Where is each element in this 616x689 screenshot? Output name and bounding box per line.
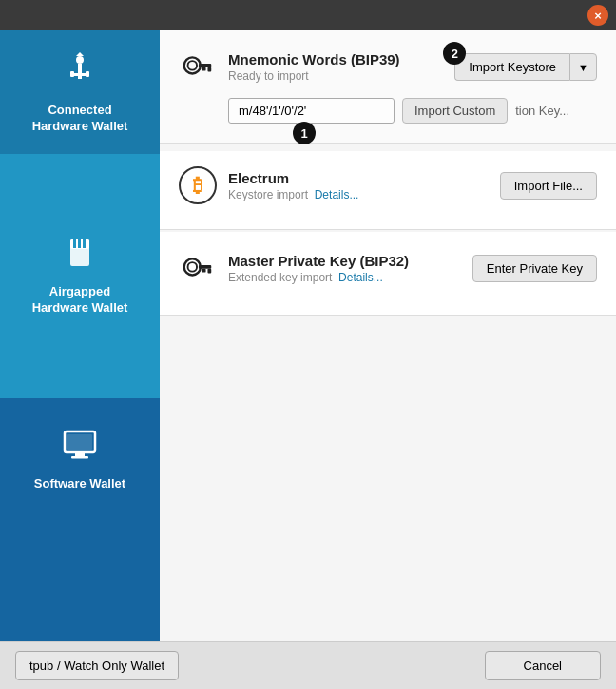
bitcoin-circle: ₿ xyxy=(179,166,217,204)
mnemonic-subtitle: Ready to import xyxy=(228,69,400,83)
sd-card-icon xyxy=(63,236,97,277)
svg-rect-17 xyxy=(207,67,211,72)
import-keystore-dropdown-button[interactable]: ▼ xyxy=(569,53,597,81)
svg-rect-1 xyxy=(78,64,82,79)
mnemonic-text: Mnemonic Words (BIP39) Ready to import xyxy=(228,51,400,83)
cancel-button[interactable]: Cancel xyxy=(485,651,601,680)
sidebar-item-software-wallet[interactable]: Software Wallet xyxy=(0,398,160,522)
btc-icon: ₿ xyxy=(179,166,217,204)
mnemonic-title: Mnemonic Words (BIP39) xyxy=(228,51,400,67)
master-pk-details-link[interactable]: Details... xyxy=(338,271,383,284)
content-empty-space xyxy=(160,316,616,506)
tpub-button[interactable]: tpub / Watch Only Wallet xyxy=(15,651,179,680)
bottom-bar: tpub / Watch Only Wallet Cancel xyxy=(0,641,616,689)
import-keystore-wrapper: Import Keystore ▼ 2 xyxy=(454,53,597,81)
svg-rect-12 xyxy=(71,456,88,459)
svg-rect-8 xyxy=(78,239,81,248)
mnemonic-info: Mnemonic Words (BIP39) Ready to import xyxy=(179,46,400,88)
monitor-icon xyxy=(62,428,98,469)
svg-point-20 xyxy=(188,262,198,272)
sidebar-item-connected-hw-label: ConnectedHardware Wallet xyxy=(32,103,128,135)
master-pk-text: Master Private Key (BIP32) Extended key … xyxy=(228,253,409,284)
main-content: ConnectedHardware Wallet AirgappedHardwa… xyxy=(0,30,616,641)
svg-point-14 xyxy=(184,57,201,73)
import-file-button[interactable]: Import File... xyxy=(500,172,597,200)
electrum-details-link[interactable]: Details... xyxy=(315,188,359,201)
close-button[interactable]: × xyxy=(587,5,608,26)
sidebar-item-software-wallet-label: Software Wallet xyxy=(34,476,125,492)
electrum-option: ₿ Electrum Keystore import Details... Im… xyxy=(160,151,616,230)
master-private-key-option: Master Private Key (BIP32) Extended key … xyxy=(160,232,616,316)
svg-rect-4 xyxy=(86,71,89,77)
derivation-path-input[interactable] xyxy=(228,98,395,124)
svg-rect-11 xyxy=(75,452,85,456)
svg-rect-23 xyxy=(202,269,206,273)
svg-rect-13 xyxy=(67,434,92,450)
annotation-1-bubble: 1 xyxy=(293,122,316,144)
master-pk-subtitle: Extended key import Details... xyxy=(228,271,409,284)
sidebar-item-airgapped-hw[interactable]: AirgappedHardware Wallet xyxy=(0,214,160,337)
sidebar: ConnectedHardware Wallet AirgappedHardwa… xyxy=(0,30,160,641)
usb-icon xyxy=(61,50,99,95)
master-pk-info: Master Private Key (BIP32) Extended key … xyxy=(179,247,409,290)
key-icon-master xyxy=(179,247,217,290)
electrum-title: Electrum xyxy=(228,170,358,186)
dialog-window: × ConnectedHardware Wallet xyxy=(0,0,616,689)
master-pk-title: Master Private Key (BIP32) xyxy=(228,253,409,269)
svg-rect-18 xyxy=(202,67,206,71)
svg-rect-22 xyxy=(207,269,211,274)
svg-point-0 xyxy=(76,56,84,64)
electrum-text: Electrum Keystore import Details... xyxy=(228,170,358,201)
enter-private-key-button[interactable]: Enter Private Key xyxy=(472,255,597,282)
derivation-key-suffix: tion Key... xyxy=(515,104,569,118)
svg-point-19 xyxy=(184,258,201,275)
import-keystore-button[interactable]: Import Keystore xyxy=(454,53,569,81)
svg-point-15 xyxy=(188,61,198,70)
svg-rect-21 xyxy=(199,265,211,269)
key-icon-mnemonic xyxy=(179,46,217,88)
sidebar-item-airgapped-hw-label: AirgappedHardware Wallet xyxy=(32,284,128,316)
master-pk-header: Master Private Key (BIP32) Extended key … xyxy=(179,247,597,290)
svg-rect-16 xyxy=(199,64,211,67)
sidebar-item-connected-hw[interactable]: ConnectedHardware Wallet xyxy=(0,30,160,154)
svg-rect-3 xyxy=(70,71,74,77)
content-panel: Mnemonic Words (BIP39) Ready to import I… xyxy=(160,30,616,641)
electrum-header: ₿ Electrum Keystore import Details... Im… xyxy=(179,166,597,204)
svg-rect-9 xyxy=(83,239,86,248)
custom-derivation-button[interactable]: Import Custom xyxy=(402,98,508,124)
svg-rect-7 xyxy=(73,239,76,248)
mnemonic-header: Mnemonic Words (BIP39) Ready to import I… xyxy=(179,46,597,88)
mnemonic-option: Mnemonic Words (BIP39) Ready to import I… xyxy=(160,30,616,144)
title-bar: × xyxy=(0,0,616,30)
electrum-info: ₿ Electrum Keystore import Details... xyxy=(179,166,358,204)
derivation-row: Import Custom tion Key... 1 xyxy=(179,98,597,124)
electrum-subtitle: Keystore import Details... xyxy=(228,188,358,201)
